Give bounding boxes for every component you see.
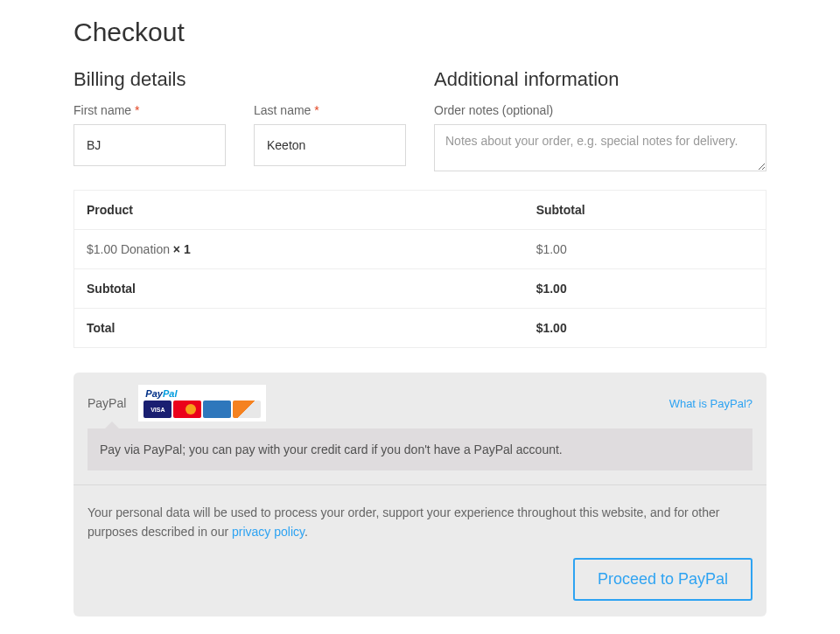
payment-box: PayPal PayPal VISA What is PayPal? Pay v… (74, 373, 766, 617)
payment-method-label[interactable]: PayPal (88, 396, 126, 410)
item-subtotal: $1.00 (524, 230, 766, 269)
subtotal-row: Subtotal $1.00 (74, 269, 766, 309)
additional-heading: Additional information (434, 68, 766, 91)
first-name-input[interactable] (74, 124, 226, 166)
visa-icon: VISA (144, 401, 172, 418)
what-is-paypal-link[interactable]: What is PayPal? (669, 397, 752, 410)
total-row: Total $1.00 (74, 309, 766, 348)
last-name-input[interactable] (254, 124, 406, 166)
privacy-notice: Your personal data will be used to proce… (88, 503, 752, 542)
first-name-label: First name * (74, 103, 226, 117)
col-subtotal-header: Subtotal (524, 191, 766, 230)
order-notes-textarea[interactable] (434, 124, 766, 171)
total-label: Total (74, 309, 524, 348)
billing-heading: Billing details (74, 68, 406, 91)
table-row: $1.00 Donation × 1 $1.00 (74, 230, 766, 269)
subtotal-value: $1.00 (524, 269, 766, 309)
total-value: $1.00 (524, 309, 766, 348)
required-asterisk-icon: * (314, 103, 318, 117)
mastercard-icon (173, 401, 201, 418)
payment-logos: PayPal VISA (138, 385, 266, 422)
order-review-table: Product Subtotal $1.00 Donation × 1 $1.0… (74, 190, 766, 348)
page-title: Checkout (74, 17, 766, 47)
amex-icon (203, 401, 231, 418)
col-product-header: Product (74, 191, 524, 230)
proceed-to-paypal-button[interactable]: Proceed to PayPal (573, 558, 752, 601)
privacy-policy-link[interactable]: privacy policy (232, 525, 304, 539)
item-qty: × 1 (173, 242, 191, 256)
required-asterisk-icon: * (135, 103, 139, 117)
subtotal-label: Subtotal (74, 269, 524, 309)
discover-icon (233, 401, 261, 418)
order-notes-label: Order notes (optional) (434, 103, 766, 117)
paypal-icon: PayPal (144, 388, 261, 399)
payment-description: Pay via PayPal; you can pay with your cr… (88, 428, 752, 470)
last-name-label: Last name * (254, 103, 406, 117)
item-name: $1.00 Donation (87, 242, 173, 256)
